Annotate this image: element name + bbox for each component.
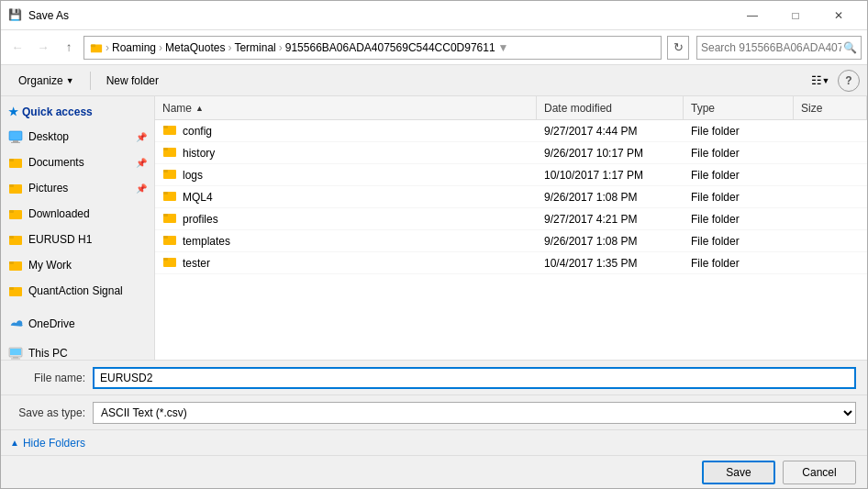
back-button[interactable]: ←: [6, 37, 28, 59]
file-date: 10/10/2017 1:17 PM: [537, 169, 684, 182]
sidebar-spacer: [1, 304, 154, 311]
close-button[interactable]: ✕: [818, 1, 860, 30]
savetype-label: Save as type:: [12, 406, 85, 419]
toolbar-separator: [90, 72, 91, 90]
svg-rect-16: [9, 287, 14, 290]
file-type: File folder: [684, 213, 794, 226]
sidebar-item-pictures[interactable]: Pictures 📌: [1, 175, 154, 201]
sidebar-item-mywork[interactable]: My Work: [1, 252, 154, 278]
file-name: templates: [183, 235, 230, 248]
save-button[interactable]: Save: [702, 461, 775, 484]
refresh-button[interactable]: ↻: [667, 36, 689, 60]
file-name: config: [183, 125, 212, 138]
folder-icon: [162, 233, 177, 249]
new-folder-button[interactable]: New folder: [96, 69, 169, 93]
sidebar-item-downloaded[interactable]: Downloaded: [1, 201, 154, 227]
eurusd-icon: [8, 232, 23, 247]
svg-rect-39: [163, 236, 168, 239]
savetype-select[interactable]: ASCII Text (*.csv)CSV (*.csv)Text (*.txt…: [93, 402, 856, 424]
svg-rect-31: [163, 148, 168, 150]
minimize-button[interactable]: —: [731, 1, 773, 30]
file-row[interactable]: config 9/27/2017 4:44 PM File folder: [155, 120, 867, 142]
up-button[interactable]: ↑: [58, 37, 80, 59]
pin-icon-documents: 📌: [136, 158, 147, 168]
view-button[interactable]: ☷ ▼: [808, 69, 832, 93]
new-folder-label: New folder: [106, 74, 159, 87]
main-content: ★ Quick access Desktop 📌 Documents 📌: [1, 96, 867, 360]
sidebar-onedrive-label: OneDrive: [28, 317, 75, 330]
sidebar-quick-access-header: ★ Quick access: [1, 100, 154, 124]
file-row[interactable]: history 9/26/2017 10:17 PM File folder: [155, 142, 867, 164]
file-rows-container: config 9/27/2017 4:44 PM File folder his…: [155, 120, 867, 274]
sidebar-item-downloaded-label: Downloaded: [28, 207, 90, 220]
file-date: 9/26/2017 10:17 PM: [537, 147, 684, 160]
toolbar: Organize ▼ New folder ☷ ▼ ?: [1, 65, 867, 96]
file-date: 9/26/2017 1:08 PM: [537, 235, 684, 248]
file-row[interactable]: logs 10/10/2017 1:17 PM File folder: [155, 164, 867, 186]
file-type: File folder: [684, 125, 794, 138]
svg-rect-35: [163, 192, 168, 194]
sidebar-item-quantaction-label: QuantAction Signal: [28, 284, 123, 297]
sidebar-item-documents[interactable]: Documents 📌: [1, 150, 154, 175]
breadcrumb-hash[interactable]: 915566BA06ADA407569C544CC0D97611: [285, 41, 495, 54]
help-button[interactable]: ?: [838, 70, 860, 92]
organize-button[interactable]: Organize ▼: [8, 69, 84, 93]
file-type: File folder: [684, 235, 794, 248]
sidebar-thispc-label: This PC: [28, 347, 68, 360]
column-header-date[interactable]: Date modified: [537, 96, 684, 119]
sidebar-item-desktop[interactable]: Desktop 📌: [1, 124, 154, 150]
forward-button[interactable]: →: [32, 37, 54, 59]
breadcrumb-metaquotes[interactable]: MetaQuotes: [165, 41, 225, 54]
collapse-bar[interactable]: ▲ Hide Folders: [1, 429, 867, 455]
breadcrumb-bar[interactable]: › Roaming › MetaQuotes › Terminal › 9155…: [83, 36, 662, 60]
title-bar: 💾 Save As — □ ✕: [1, 1, 867, 30]
svg-rect-6: [9, 159, 14, 161]
file-row[interactable]: templates 9/26/2017 1:08 PM File folder: [155, 230, 867, 252]
file-name: profiles: [183, 213, 218, 226]
column-header-name[interactable]: Name ▲: [155, 96, 537, 119]
file-date: 9/26/2017 1:08 PM: [537, 191, 684, 204]
toolbar-right: ☷ ▼ ?: [808, 69, 860, 93]
svg-rect-4: [11, 142, 20, 143]
documents-icon: [8, 155, 23, 170]
file-name: tester: [183, 257, 210, 270]
savetype-bar: Save as type: ASCII Text (*.csv)CSV (*.c…: [1, 395, 867, 429]
folder-icon: [162, 123, 177, 139]
folder-icon: [162, 211, 177, 227]
svg-rect-14: [9, 261, 14, 264]
sidebar-item-documents-label: Documents: [28, 156, 84, 169]
search-bar[interactable]: 🔍: [696, 36, 862, 60]
sidebar-item-eurusd[interactable]: EURUSD H1: [1, 227, 154, 252]
sidebar-item-eurusd-label: EURUSD H1: [28, 233, 92, 246]
column-header-type[interactable]: Type: [684, 96, 794, 119]
sidebar-item-thispc[interactable]: This PC: [1, 340, 154, 360]
filename-input[interactable]: [93, 367, 856, 389]
cancel-button[interactable]: Cancel: [783, 461, 856, 484]
sidebar-item-desktop-label: Desktop: [28, 130, 69, 143]
file-row[interactable]: profiles 9/27/2017 4:21 PM File folder: [155, 208, 867, 230]
quantaction-icon: [8, 283, 23, 298]
button-area: Save Cancel: [1, 455, 867, 488]
sidebar-item-pictures-label: Pictures: [28, 182, 68, 194]
maximize-button[interactable]: □: [774, 1, 817, 30]
sidebar-item-quantaction[interactable]: QuantAction Signal: [1, 278, 154, 304]
svg-rect-37: [163, 214, 168, 217]
breadcrumb-terminal[interactable]: Terminal: [234, 41, 275, 54]
sidebar-item-onedrive[interactable]: OneDrive: [1, 311, 154, 337]
column-header-size[interactable]: Size: [794, 96, 867, 119]
breadcrumb-folder-icon: [90, 41, 103, 54]
file-type: File folder: [684, 169, 794, 182]
star-icon: ★: [8, 106, 18, 118]
onedrive-icon: [8, 317, 23, 331]
breadcrumb-roaming[interactable]: Roaming: [112, 41, 156, 54]
search-input[interactable]: [701, 41, 841, 54]
address-bar: ← → ↑ › Roaming › MetaQuotes › Terminal …: [1, 30, 867, 65]
file-list-header: Name ▲ Date modified Type Size: [155, 96, 867, 120]
file-date: 10/4/2017 1:35 PM: [537, 257, 684, 270]
file-row[interactable]: tester 10/4/2017 1:35 PM File folder: [155, 252, 867, 274]
savetype-container: ASCII Text (*.csv)CSV (*.csv)Text (*.txt…: [93, 402, 856, 424]
organize-label: Organize: [18, 74, 63, 87]
search-icon: 🔍: [843, 41, 857, 54]
hide-folders-label: Hide Folders: [23, 437, 85, 450]
file-row[interactable]: MQL4 9/26/2017 1:08 PM File folder: [155, 186, 867, 208]
